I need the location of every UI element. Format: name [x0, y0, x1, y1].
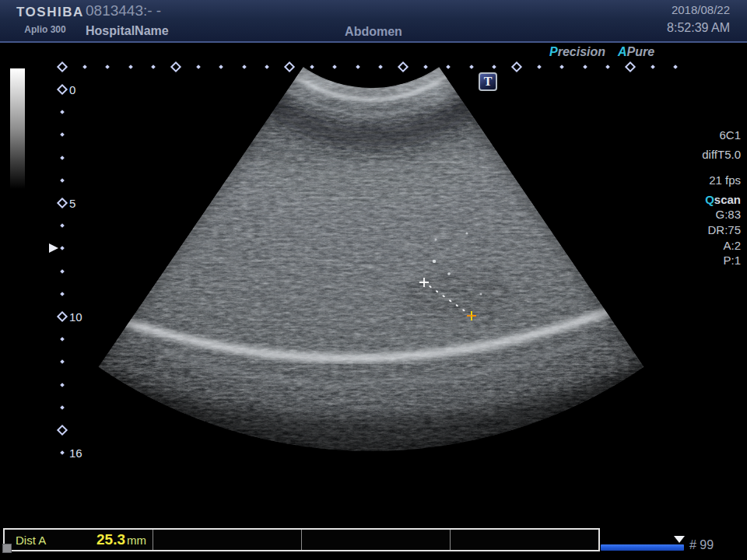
dynamic-range-value: DR:75 [707, 223, 741, 236]
datetime: 2018/08/22 8:52:39 AM [667, 3, 730, 35]
measurement-label: Dist A [16, 534, 46, 547]
precision-rest: recision [558, 45, 605, 58]
header-bar: TOSHIBA Aplio 300 0813443:- - HospitalNa… [0, 0, 747, 43]
orientation-marker[interactable]: T [479, 72, 497, 91]
depth-label: 0 [69, 83, 75, 96]
apure-rest: Pure [627, 45, 655, 58]
apure-badge: APure [618, 45, 654, 59]
qscan-initial: Q [705, 193, 714, 206]
p-value: P:1 [723, 254, 741, 267]
probe-label: 6C1 [719, 128, 741, 142]
precision-badge: Precision [549, 45, 605, 59]
measurement-value: 25.3 [96, 531, 125, 548]
measurement-results-bar: Dist A 25.3 mm [3, 528, 600, 551]
results-bar-handle[interactable] [2, 544, 12, 553]
precision-initial: P [549, 45, 558, 58]
focus-marker-icon[interactable] [49, 243, 58, 253]
apure-initial: A [618, 45, 627, 58]
a-value: A:2 [723, 239, 741, 252]
depth-label: 5 [69, 197, 75, 210]
thermal-index: diffT5.0 [702, 148, 741, 161]
hospital-name: HospitalName [86, 24, 169, 38]
cine-scroll-bar[interactable] [601, 544, 684, 551]
patient-id: 0813443:- - [86, 2, 161, 19]
brand-logo: TOSHIBA [16, 5, 84, 20]
measurement-result-cell[interactable]: Dist A 25.3 mm [5, 530, 153, 550]
measurement-empty-cell [153, 530, 302, 550]
measurement-unit: mm [127, 534, 146, 547]
frame-rate: 21 fps [709, 173, 741, 187]
depth-label: 16 [69, 446, 82, 460]
depth-label: 10 [69, 310, 82, 324]
qscan-rest: scan [714, 193, 741, 206]
measurement-empty-cell [451, 530, 598, 550]
technology-badges: Precision APure [549, 45, 654, 59]
ultrasound-image [0, 0, 747, 560]
grayscale-bar [10, 68, 25, 189]
model-name: Aplio 300 [11, 24, 79, 35]
cine-position-icon[interactable] [674, 536, 685, 543]
ultrasound-screen: TOSHIBA Aplio 300 0813443:- - HospitalNa… [0, 0, 747, 560]
frame-counter: # 99 [689, 538, 714, 552]
qscan-badge: Qscan [705, 193, 741, 206]
exam-time: 8:52:39 AM [667, 21, 730, 35]
echo-fan [78, 0, 669, 544]
exam-preset: Abdomen [345, 25, 402, 39]
measurement-empty-cell [302, 530, 451, 550]
exam-date: 2018/08/22 [667, 3, 730, 16]
gain-value: G:83 [715, 208, 741, 221]
